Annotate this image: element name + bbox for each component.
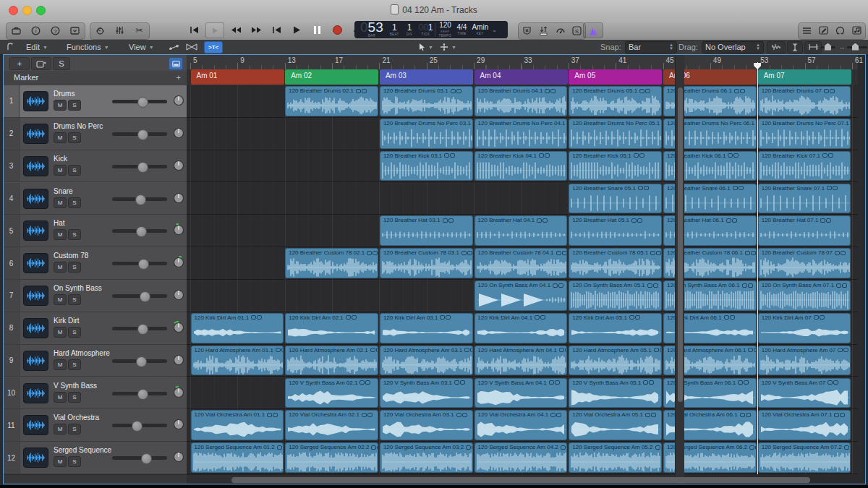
region[interactable]: 120 Vial Orchestra Am 02.1 xyxy=(285,410,378,440)
region[interactable]: 120 Breather Drums 03.1 xyxy=(380,86,473,116)
region[interactable]: 120 V Synth Bass Am 04.1 xyxy=(475,378,568,408)
region[interactable]: 120 Serged Sequence Am 02.2 xyxy=(285,442,378,473)
duplicate-track-button[interactable] xyxy=(31,57,51,70)
mute-button[interactable]: M xyxy=(54,229,67,240)
region[interactable]: 120 Serged Sequence Am 07.2 xyxy=(758,442,851,473)
quick-help-icon[interactable]: ? xyxy=(46,24,64,37)
region[interactable]: 120 Vial Orchestra Am 04.1 xyxy=(475,410,568,440)
track-name[interactable]: Drums xyxy=(54,90,75,98)
region[interactable]: 120 Serged Sequence Am 05.2 xyxy=(569,442,662,473)
pan-knob[interactable] xyxy=(172,127,185,142)
mute-button[interactable]: M xyxy=(54,165,67,176)
track-volume-thumb[interactable] xyxy=(141,453,152,464)
solo-button[interactable]: S xyxy=(68,327,81,338)
mute-button[interactable]: M xyxy=(54,424,67,435)
track-volume-thumb[interactable] xyxy=(137,97,148,108)
region[interactable]: 120 On Synth Bass Am 05.1 xyxy=(569,281,662,311)
editors-icon[interactable]: ✂ xyxy=(130,24,148,37)
region[interactable]: 120 Breather Hat 03.1 xyxy=(380,215,473,246)
solo-mode-icon[interactable]: S xyxy=(569,24,584,37)
add-marker-button[interactable]: + xyxy=(176,73,181,82)
edit-menu[interactable]: Edit▼ xyxy=(26,40,48,54)
region[interactable]: 120 V Synth Bass Am 07 xyxy=(758,378,851,408)
media-browser-icon[interactable] xyxy=(849,24,864,37)
track-name[interactable]: Hard Atmosphere xyxy=(54,349,110,357)
track-volume-slider[interactable] xyxy=(112,294,167,298)
region[interactable]: 120 Breather Kick 04.1 xyxy=(475,151,568,181)
mute-button[interactable]: M xyxy=(54,132,67,143)
solo-button[interactable]: S xyxy=(68,165,81,176)
tuner-icon[interactable] xyxy=(553,24,568,37)
region[interactable]: 120 Serged Sequence Am 04.2 xyxy=(475,442,568,473)
region[interactable]: 120 Breather Drums No Perc 05.1 xyxy=(569,119,662,149)
play-from-start-button[interactable] xyxy=(205,22,224,38)
vertical-scrollbar[interactable] xyxy=(675,55,684,484)
track-header-on-synth-bass[interactable]: 7On Synth BassMS xyxy=(4,280,187,312)
track-volume-thumb[interactable] xyxy=(137,389,148,400)
solo-button[interactable]: S xyxy=(68,262,81,273)
region[interactable]: 120 Breather Snare 07.1 xyxy=(758,184,851,214)
play-button[interactable] xyxy=(288,22,305,37)
solo-button[interactable]: S xyxy=(68,392,81,403)
track-volume-slider[interactable] xyxy=(112,359,167,363)
inspector-icon[interactable]: i xyxy=(27,24,45,37)
track-name[interactable]: Kick xyxy=(54,155,67,163)
track-volume-thumb[interactable] xyxy=(132,421,142,432)
region[interactable]: 120 Breather Kick 05.1 xyxy=(569,151,662,181)
horizontal-scrollbar-thumb[interactable] xyxy=(231,477,810,483)
pan-knob[interactable] xyxy=(172,321,185,337)
region[interactable]: 120 Breather Custom 78 03.1 xyxy=(380,248,473,278)
track-volume-slider[interactable] xyxy=(112,197,167,201)
track-header-drums-no-perc[interactable]: 2Drums No PercMS xyxy=(4,118,187,150)
track-name[interactable]: Kirk Dirt xyxy=(54,317,80,325)
region[interactable]: 120 Breather Drums 05.1 xyxy=(569,86,662,116)
pan-knob[interactable] xyxy=(172,418,185,434)
solo-button[interactable]: S xyxy=(68,456,81,467)
toolbar-toggle-icon[interactable] xyxy=(66,24,84,37)
library-icon[interactable] xyxy=(7,24,25,37)
solo-button[interactable]: S xyxy=(68,197,81,208)
mute-button[interactable]: M xyxy=(54,359,67,370)
region[interactable]: 120 Breather Custom 78 05.1 xyxy=(569,248,662,278)
region[interactable]: 120 Breather Drums 07 xyxy=(758,86,851,116)
solo-button[interactable]: S xyxy=(68,359,81,370)
pan-knob[interactable] xyxy=(172,354,185,369)
marker-lane-header[interactable]: Marker + xyxy=(4,71,187,86)
master-solo-button[interactable]: S xyxy=(53,57,70,70)
loop-browser-icon[interactable] xyxy=(833,24,848,37)
region[interactable]: 120 Breather Drums No Perc 04.1 xyxy=(475,119,568,149)
smart-controls-icon[interactable] xyxy=(91,24,109,37)
region[interactable]: 120 Breather Drums No Perc 03.1 xyxy=(380,119,473,149)
track-header-custom-78[interactable]: 6Custom 78MS xyxy=(4,247,187,280)
track-header-vial-orchestra[interactable]: 11Vial OrchestraMS xyxy=(4,409,187,442)
solo-button[interactable]: S xyxy=(68,294,81,305)
marker-am-07[interactable]: Am 07 xyxy=(758,69,851,85)
track-header-serged-sequence[interactable]: 12Serged SequenceMS xyxy=(4,442,187,474)
mixer-icon[interactable] xyxy=(111,24,129,37)
solo-button[interactable]: S xyxy=(68,424,81,435)
track-volume-thumb[interactable] xyxy=(140,291,150,302)
region[interactable]: 120 Serged Sequence Am 01.2 xyxy=(191,442,284,473)
track-name[interactable]: Hat xyxy=(54,219,65,227)
waveform-zoom-button[interactable] xyxy=(767,41,786,53)
catch-playhead-button[interactable]: >T< xyxy=(204,40,223,54)
track-volume-slider[interactable] xyxy=(112,456,167,460)
lcd-time-signature[interactable]: 4/4 TIME xyxy=(454,21,470,38)
region[interactable]: 120 Breather Hat 05.1 xyxy=(569,215,662,246)
vertical-scrollbar-thumb[interactable] xyxy=(678,87,683,402)
view-menu[interactable]: View▼ xyxy=(129,40,154,54)
marker-am-04[interactable]: Am 04 xyxy=(475,69,568,85)
region[interactable]: 120 Breather Drums 02.1 xyxy=(285,86,378,116)
note-pads-icon[interactable] xyxy=(816,24,831,37)
region[interactable]: 120 Hard Atmosphere Am 05.1 xyxy=(569,346,662,376)
region[interactable]: 120 Breather Drums 04.1 xyxy=(475,86,568,116)
command-click-tool-menu[interactable]: ▼ xyxy=(440,40,456,54)
track-header-kirk-dirt[interactable]: 8Kirk DirtMS xyxy=(4,312,187,345)
region[interactable]: 120 Vial Orchestra Am 05.1 xyxy=(569,410,662,440)
solo-button[interactable]: S xyxy=(68,229,81,240)
track-volume-slider[interactable] xyxy=(112,165,167,168)
pan-knob[interactable] xyxy=(172,94,185,110)
lcd-display[interactable]: 053 BAR 1 BEAT 1 DIV 001 TICK 120 KEEP T… xyxy=(354,21,508,38)
mute-button[interactable]: M xyxy=(54,100,67,111)
region[interactable]: 120 Breather Custom 78 04.1 xyxy=(475,248,568,278)
